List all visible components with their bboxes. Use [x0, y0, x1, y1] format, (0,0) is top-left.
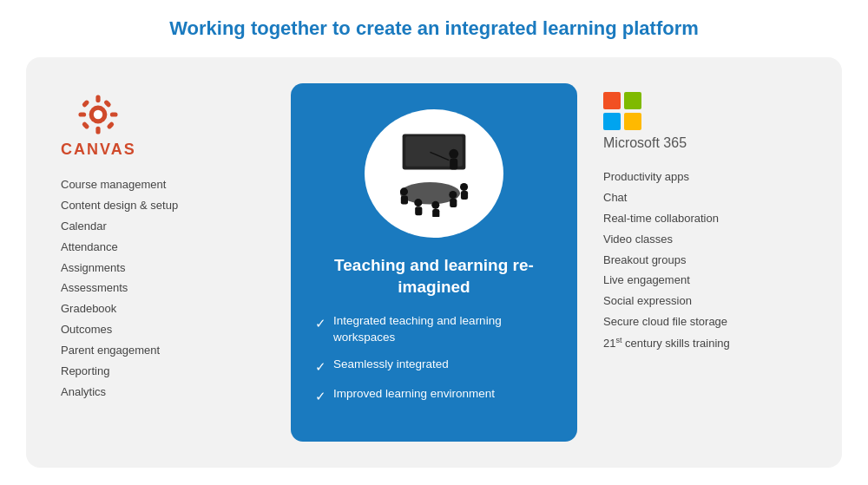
- list-item: ✓ Improved learning environment: [315, 386, 553, 405]
- svg-rect-23: [450, 199, 457, 207]
- checkmark-icon: ✓: [315, 357, 326, 376]
- ms-green-square: [624, 92, 641, 109]
- ms-yellow-square: [624, 113, 641, 130]
- svg-rect-13: [450, 159, 457, 170]
- svg-rect-7: [107, 121, 115, 130]
- svg-rect-9: [82, 121, 90, 130]
- right-panel: Microsoft 365 Productivity apps Chat Rea…: [586, 83, 825, 442]
- list-item: Social expression: [603, 294, 730, 309]
- left-panel: CANVAS Course management Content design …: [43, 83, 282, 442]
- canvas-logo: CANVAS: [61, 92, 136, 159]
- list-item: Reporting: [61, 364, 178, 379]
- list-item: Live engagement: [603, 273, 730, 288]
- svg-point-20: [431, 201, 439, 209]
- center-feature-list: ✓ Integrated teaching and learning works…: [315, 313, 553, 416]
- svg-point-22: [449, 191, 457, 199]
- center-heading: Teaching and learning re-imagined: [315, 255, 553, 298]
- list-item: Calendar: [61, 220, 178, 234]
- list-item: Breakout groups: [603, 253, 730, 268]
- list-item: Analytics: [61, 385, 178, 400]
- list-item: Assessments: [61, 281, 178, 296]
- list-item: ✓ Integrated teaching and learning works…: [315, 313, 553, 346]
- svg-point-12: [449, 149, 458, 159]
- list-item: Course management: [61, 178, 178, 193]
- svg-point-16: [400, 187, 408, 195]
- list-item: Secure cloud file storage: [603, 315, 730, 330]
- svg-rect-3: [96, 127, 101, 134]
- list-item: Video classes: [603, 233, 730, 247]
- svg-rect-6: [82, 100, 90, 108]
- microsoft-grid-icon: [603, 92, 641, 130]
- canvas-feature-list: Course management Content design & setup…: [61, 178, 178, 406]
- canvas-brand-label: CANVAS: [61, 141, 136, 159]
- svg-point-24: [460, 183, 468, 191]
- center-panel: Teaching and learning re-imagined ✓ Inte…: [291, 83, 577, 442]
- list-item: ✓ Seamlessly integrated: [315, 357, 553, 376]
- svg-rect-21: [432, 209, 439, 217]
- microsoft365-logo: Microsoft 365: [603, 92, 687, 151]
- microsoft365-brand-label: Microsoft 365: [603, 135, 687, 151]
- svg-rect-2: [96, 95, 101, 102]
- checkmark-icon: ✓: [315, 314, 326, 332]
- svg-rect-17: [401, 195, 408, 204]
- page-title: Working together to create an integrated…: [169, 17, 699, 40]
- list-item: Outcomes: [61, 323, 178, 338]
- ms-blue-square: [603, 113, 621, 130]
- microsoft-feature-list: Productivity apps Chat Real-time collabo…: [603, 170, 730, 357]
- svg-rect-8: [103, 100, 112, 108]
- list-item: Assignments: [61, 261, 178, 276]
- list-item: Parent engagement: [61, 344, 178, 358]
- list-item: 21st century skills training: [603, 336, 730, 351]
- list-item: Content design & setup: [61, 199, 178, 213]
- ms-red-square: [603, 92, 621, 109]
- checkmark-icon: ✓: [315, 387, 326, 405]
- list-item: Chat: [603, 191, 730, 206]
- svg-point-18: [414, 199, 422, 206]
- classroom-icon: [386, 130, 482, 217]
- svg-point-1: [94, 110, 102, 119]
- canvas-icon: [76, 92, 121, 137]
- list-item: Productivity apps: [603, 170, 730, 185]
- main-card: CANVAS Course management Content design …: [26, 57, 842, 468]
- svg-rect-25: [461, 191, 468, 200]
- svg-rect-19: [415, 206, 422, 215]
- list-item: Real-time collaboration: [603, 212, 730, 226]
- list-item: Attendance: [61, 240, 178, 255]
- list-item: Gradebook: [61, 302, 178, 317]
- teaching-illustration: [365, 109, 503, 238]
- svg-rect-5: [110, 112, 118, 116]
- svg-rect-4: [79, 112, 87, 116]
